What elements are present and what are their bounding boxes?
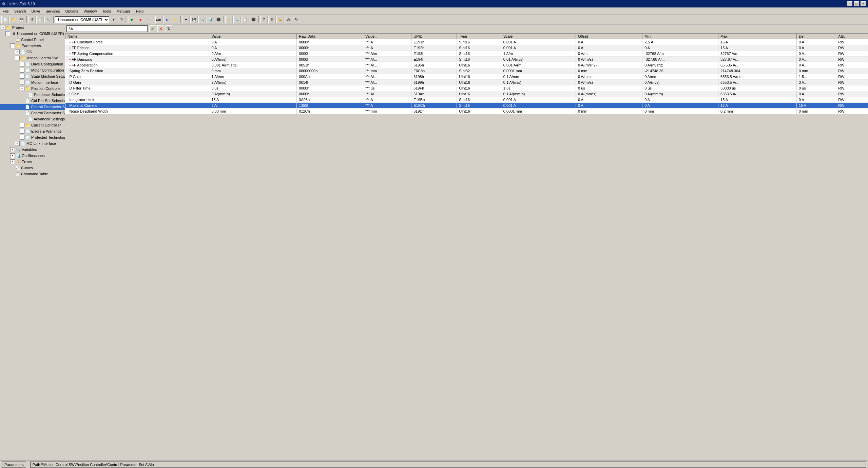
table-row[interactable]: Maximal Current5 A1388h*** AE19ChSInt160… bbox=[65, 103, 868, 109]
table-row[interactable]: D Filter Time0 us0000h*** us619FhUInt161… bbox=[65, 85, 868, 91]
btn-x3[interactable]: ⬛ bbox=[250, 16, 257, 23]
expander-errors-warnings[interactable]: + bbox=[20, 129, 24, 134]
confirm-button[interactable]: ✔ bbox=[149, 25, 156, 32]
btn-refresh[interactable]: ↻ bbox=[118, 16, 126, 23]
sidebar-item-unnamed[interactable]: − 🖥 Unnamed on COM5 (USER) bbox=[0, 31, 65, 37]
cancel-button[interactable]: ✕ bbox=[157, 25, 164, 32]
btn-y1[interactable]: ⚙ bbox=[268, 16, 276, 23]
sidebar-item-state-machine[interactable]: + 📄 State Machine Setup bbox=[0, 73, 65, 79]
sidebar-item-variables[interactable]: + 🔍 Variables bbox=[0, 147, 65, 153]
btn2[interactable]: 📋 bbox=[36, 16, 44, 23]
sidebar-item-motion-control-sw[interactable]: − 📁 Motion Control SW bbox=[0, 55, 65, 61]
close-button[interactable]: ✕ bbox=[861, 1, 866, 6]
value-input[interactable] bbox=[66, 25, 148, 32]
expander-protected-technology[interactable]: + bbox=[20, 135, 24, 140]
table-row[interactable]: Integrator Limit15 A3A98h*** AE19BhSInt1… bbox=[65, 97, 868, 103]
btn-play[interactable]: ▶ bbox=[129, 16, 136, 23]
expander-motion-interface[interactable]: + bbox=[20, 80, 24, 85]
btn-w3[interactable]: 🔍 bbox=[198, 16, 206, 23]
device-select[interactable]: Unnamed on COM5 (USER) bbox=[55, 16, 109, 23]
sidebar-item-control-parameter-s2[interactable]: 📄 Control Parameter S bbox=[0, 110, 65, 116]
menu-tools[interactable]: Tools bbox=[100, 8, 114, 14]
table-row[interactable]: •FF Friction0 A0000h*** AE192hSInt160.00… bbox=[65, 45, 868, 51]
sidebar-item-mc-link[interactable]: + 📄 MC-Link Interface bbox=[0, 140, 65, 147]
btn-stop[interactable]: ■ bbox=[137, 16, 144, 23]
expander-variables[interactable]: + bbox=[10, 147, 15, 152]
table-row[interactable]: •FF Constant Force0 A0000h*** AE191hSInt… bbox=[65, 39, 868, 45]
table-row[interactable]: •FF Spring Compensation0 A/m0000h*** A/m… bbox=[65, 51, 868, 57]
expander-parameters[interactable]: − bbox=[10, 43, 15, 48]
btn-x1[interactable]: 📡 bbox=[233, 16, 241, 23]
sidebar-item-parameters[interactable]: − 📁 Parameters bbox=[0, 43, 65, 49]
sidebar-item-feedback-selection[interactable]: 📄 Feedback Selectio bbox=[0, 92, 65, 98]
sidebar-item-advanced-settings[interactable]: 📄 Advanced Settings bbox=[0, 116, 65, 122]
table-row[interactable]: D Gain2 A/(m/s)0014h*** A/...6199hUInt16… bbox=[65, 80, 868, 85]
btn-arrow[interactable]: ↔ bbox=[145, 16, 152, 23]
table-row[interactable]: •FF Acceleration0.081 A/(m/s^2)0051h*** … bbox=[65, 62, 868, 68]
expander-state-machine[interactable]: + bbox=[20, 74, 24, 79]
save-button[interactable]: 💾 bbox=[18, 16, 25, 23]
expander-motion-control-sw[interactable]: − bbox=[15, 56, 20, 60]
expander-mc-link[interactable]: + bbox=[15, 141, 20, 146]
open-button[interactable]: 📂 bbox=[9, 16, 17, 23]
table-row[interactable]: •FF Damping0 A/(m/s)0000h*** A/...E194hS… bbox=[65, 57, 868, 62]
btn-y4[interactable]: ↻ bbox=[293, 16, 300, 23]
sidebar-item-os[interactable]: + 📄 OS bbox=[0, 49, 65, 55]
sidebar-item-oscilloscopes[interactable]: + 📊 Oscilloscopes bbox=[0, 153, 65, 159]
btn-m2[interactable]: ⚡ bbox=[172, 16, 179, 23]
sidebar-item-errors-warnings[interactable]: + 📄 Errors & Warnings bbox=[0, 128, 65, 134]
sidebar-item-curves[interactable]: 📈 Curves bbox=[0, 165, 65, 171]
btn-x2[interactable]: 📋 bbox=[242, 16, 249, 23]
expander-project[interactable]: − bbox=[1, 25, 5, 30]
sidebar-item-motor-config[interactable]: + 📄 Motor Configuration bbox=[0, 67, 65, 73]
btn-w2[interactable]: 💾 bbox=[190, 16, 198, 23]
expander-motor-config[interactable]: + bbox=[20, 68, 24, 73]
table-row[interactable]: P Gain1 A/mm000Ah*** A/...6198hUInt160.1… bbox=[65, 74, 868, 80]
menu-help[interactable]: Help bbox=[133, 8, 147, 14]
table-row[interactable]: Noise Deadband Width0.03 mm012Ch*** mm61… bbox=[65, 109, 868, 114]
menu-window[interactable]: Window bbox=[81, 8, 99, 14]
print-button[interactable]: 🖨 bbox=[28, 16, 36, 23]
sidebar-item-errors[interactable]: + ⚠ Errors bbox=[0, 159, 65, 165]
btn-w5[interactable]: ⬛ bbox=[215, 16, 222, 23]
menu-manuals[interactable]: Manuals bbox=[114, 8, 133, 14]
minimize-button[interactable]: − bbox=[847, 1, 852, 6]
sidebar-item-project[interactable]: − 📁 Project bbox=[0, 24, 65, 31]
btn-def[interactable]: DEF bbox=[155, 16, 163, 23]
maximize-button[interactable]: □ bbox=[854, 1, 859, 6]
table-row[interactable]: I Gain0 A/(mm*s)0000h*** A/...619AhUInt1… bbox=[65, 91, 868, 97]
expander-os[interactable]: + bbox=[15, 50, 20, 54]
expander-drive-config[interactable]: + bbox=[20, 62, 24, 66]
sidebar-item-current-controller[interactable]: + 📁 Current Controller bbox=[0, 122, 65, 128]
btn-w4[interactable]: 📊 bbox=[207, 16, 214, 23]
expander-current-controller[interactable]: + bbox=[20, 123, 24, 128]
menu-search[interactable]: Search bbox=[12, 8, 29, 14]
refresh-button[interactable]: ↻ bbox=[166, 25, 172, 32]
expander-unnamed[interactable]: − bbox=[5, 31, 10, 36]
btn-y3[interactable]: ◎ bbox=[285, 16, 292, 23]
btn-m1[interactable]: M bbox=[163, 16, 171, 23]
sidebar-item-ctrl-par-set[interactable]: 📄 Ctrl Par Set Selectio bbox=[0, 98, 65, 104]
btn-warn[interactable]: ⚠ bbox=[225, 16, 233, 23]
btn-help[interactable]: ? bbox=[260, 16, 268, 23]
expander-position-controller[interactable]: − bbox=[20, 86, 24, 91]
menu-options[interactable]: Options bbox=[62, 8, 81, 14]
btn-dropdown[interactable]: ▼ bbox=[110, 16, 117, 23]
expander-errors[interactable]: + bbox=[10, 159, 15, 164]
sidebar-item-command-table[interactable]: 📋 Command Table bbox=[0, 171, 65, 177]
btn3[interactable]: 🔧 bbox=[44, 16, 52, 23]
sidebar-item-protected-technology[interactable]: + 📄 Protected Technology I bbox=[0, 134, 65, 140]
btn-y2[interactable]: 🔒 bbox=[276, 16, 284, 23]
expander-oscilloscopes[interactable]: + bbox=[10, 153, 15, 158]
sidebar-item-control-panel[interactable]: 📋 Control Panel bbox=[0, 37, 65, 43]
new-button[interactable]: 📄 bbox=[1, 16, 9, 23]
sidebar-item-motion-interface[interactable]: + 📄 Motion Interface bbox=[0, 79, 65, 85]
sidebar-item-drive-config[interactable]: + 📄 Drive Configuration bbox=[0, 61, 65, 67]
menu-file[interactable]: File bbox=[0, 8, 12, 14]
menu-services[interactable]: Services bbox=[43, 8, 62, 14]
sidebar-item-control-parameter-s[interactable]: 📄 Control Parameter S bbox=[0, 104, 65, 110]
table-row[interactable]: Spring Zero Position0 mm00000000h*** mmF… bbox=[65, 68, 868, 74]
sidebar-item-position-controller[interactable]: − 📁 Position Controller bbox=[0, 85, 65, 92]
menu-drive[interactable]: Drive bbox=[29, 8, 43, 14]
btn-w1[interactable]: ✦ bbox=[182, 16, 190, 23]
